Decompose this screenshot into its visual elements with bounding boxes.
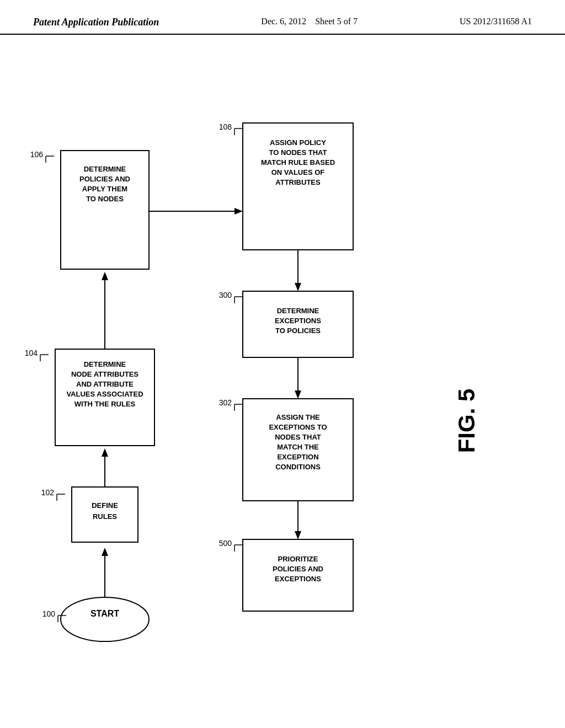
label-300: 300 — [219, 291, 232, 299]
label-108: 108 — [219, 122, 232, 131]
pr-line3: EXCEPTIONS — [275, 575, 321, 583]
dp-line2: POLICIES AND — [79, 175, 130, 183]
pr-line2: POLICIES AND — [273, 565, 323, 573]
arrowhead-3 — [102, 272, 108, 280]
patent-number: US 2012/311658 A1 — [460, 17, 532, 26]
dna-line1: DETERMINE — [84, 360, 126, 368]
ae-line2: EXCEPTIONS TO — [269, 423, 327, 431]
ae-line5: EXCEPTION — [277, 453, 318, 461]
define-rules-line2: RULES — [93, 512, 117, 521]
dp-line4: TO NODES — [86, 195, 124, 203]
de-line3: TO POLICIES — [275, 326, 321, 335]
ap-line2: TO NODES THAT — [269, 148, 327, 157]
fig-label: FIG. 5 — [454, 389, 479, 453]
header-center: Dec. 6, 2012 Sheet 5 of 7 — [261, 17, 358, 26]
diagram-area: START 100 DEFINE RULES 102 DETERMINE NOD… — [0, 35, 565, 708]
arrowhead-1 — [102, 548, 108, 556]
ae-line3: NODES THAT — [275, 433, 321, 441]
ae-line4: MATCH THE — [277, 443, 319, 451]
define-rules-line1: DEFINE — [92, 501, 118, 510]
pr-line1: PRIORITIZE — [278, 555, 318, 563]
sheet-info: Sheet 5 of 7 — [315, 17, 358, 26]
arrowhead-4 — [234, 208, 243, 215]
ap-line4: ON VALUES OF — [271, 168, 325, 176]
label-102: 102 — [41, 488, 55, 497]
ap-line3: MATCH RULE BASED — [261, 158, 335, 167]
ae-line6: CONDITIONS — [275, 463, 321, 471]
de-line2: EXCEPTIONS — [275, 317, 321, 325]
label-104: 104 — [25, 349, 38, 357]
arrowhead-5 — [295, 283, 301, 291]
label-106: 106 — [30, 150, 44, 159]
dp-line1: DETERMINE — [84, 165, 126, 173]
label-500: 500 — [219, 539, 232, 548]
ap-line1: ASSIGN POLICY — [270, 138, 326, 147]
start-node — [61, 597, 149, 641]
start-label: START — [90, 609, 119, 618]
page-header: Patent Application Publication Dec. 6, 2… — [0, 0, 565, 35]
arrowhead-2 — [102, 448, 108, 457]
ae-line1: ASSIGN THE — [276, 413, 320, 421]
flowchart-svg: START 100 DEFINE RULES 102 DETERMINE NOD… — [0, 35, 565, 708]
de-line1: DETERMINE — [277, 307, 319, 315]
arrowhead-6 — [295, 390, 301, 399]
ap-line5: ATTRIBUTES — [275, 178, 321, 186]
label-100: 100 — [42, 609, 56, 618]
publication-date: Dec. 6, 2012 — [261, 17, 306, 26]
dp-line3: APPLY THEM — [82, 185, 127, 193]
dna-line5: WITH THE RULES — [74, 400, 136, 408]
arrowhead-7 — [295, 531, 301, 539]
dna-line2: NODE ATTRIBUTES — [71, 370, 138, 378]
publication-title: Patent Application Publication — [33, 17, 159, 28]
label-302: 302 — [219, 398, 232, 407]
dna-line4: VALUES ASSOCIATED — [66, 390, 143, 398]
dna-line3: AND ATTRIBUTE — [76, 380, 134, 388]
